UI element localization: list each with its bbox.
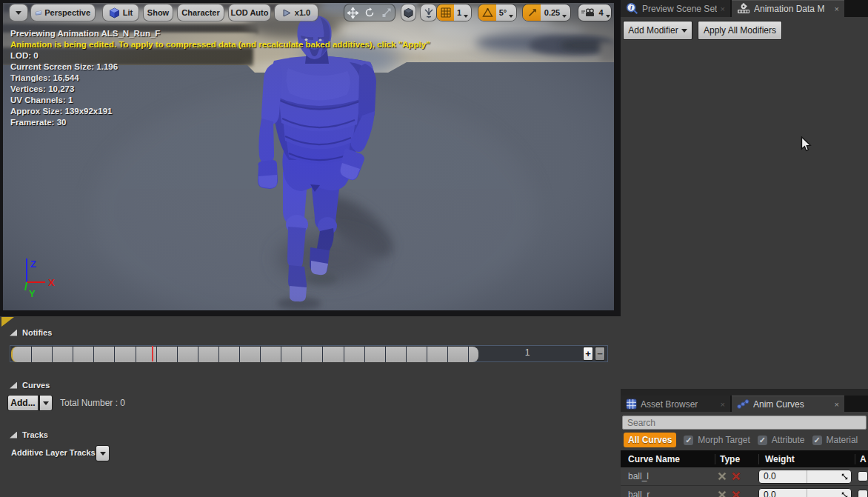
panel-splitter[interactable] [621,389,868,396]
all-curves-filter-button[interactable]: All Curves [624,433,676,447]
notify-cell[interactable] [323,347,344,362]
notify-cell[interactable] [427,347,448,362]
camera-speed-button[interactable] [578,4,598,21]
lod-auto-button[interactable]: LOD Auto [228,4,271,21]
grid-snap-toggle[interactable] [437,4,454,21]
auto-checkbox[interactable] [858,490,868,497]
notify-cell[interactable] [302,347,323,362]
grid-snap-control: 1 [436,4,472,21]
add-curve-dropdown[interactable] [39,395,53,411]
notify-cell[interactable] [407,347,427,362]
add-track-button[interactable]: + [583,347,593,361]
notifies-label: Notifies [22,328,52,337]
curve-weight-spinbox[interactable]: 0.0 [758,470,852,484]
notify-cell[interactable] [73,347,94,362]
chevron-down-icon [562,15,567,18]
spinbox-fill-divider [807,489,807,497]
curves-label: Curves [22,381,50,390]
spinbox-drag-icon [841,492,848,497]
grid-snap-value-button[interactable]: 1 [454,4,471,21]
notify-cell[interactable] [469,347,478,362]
notify-cell[interactable] [365,347,386,362]
material-checkbox[interactable]: ✓ [812,436,822,445]
axis-z-label: Z [30,258,36,270]
notify-cell[interactable] [53,347,73,362]
notify-cell[interactable] [94,347,115,362]
show-button[interactable]: Show [143,4,173,21]
column-curve-name[interactable]: Curve Name [621,454,715,464]
move-tool-button[interactable] [344,4,361,21]
preview-scene-icon: i [626,2,638,15]
curve-row[interactable]: ball_r 0.0 [621,486,868,497]
tracks-section-header[interactable]: Tracks [10,430,48,439]
chevron-down-icon [464,15,468,18]
playhead-marker[interactable] [152,346,153,361]
notify-cell[interactable] [240,347,261,362]
camera-speed-control: 4 [578,4,612,21]
camera-speed-value-button[interactable]: 4 [598,4,611,21]
tab-anim-curves[interactable]: Anim Curves × [732,396,844,413]
morph-target-checkbox[interactable]: ✓ [684,436,693,445]
tab-preview-scene-settings[interactable]: i Preview Scene Sett × [621,0,730,17]
curve-weight-value: 0.0 [759,471,776,481]
lit-button[interactable]: Lit [102,4,139,21]
tab-animation-data-modifiers[interactable]: Animation Data M × [732,0,844,17]
chevron-down-icon [681,29,687,33]
coordinate-system-button[interactable] [401,4,416,21]
column-type[interactable]: Type [715,454,758,464]
remove-track-button[interactable]: − [595,347,605,361]
notify-cell[interactable] [344,347,365,362]
column-auto[interactable]: A [855,454,867,464]
additive-tracks-dropdown[interactable] [96,445,110,461]
search-input[interactable]: Search [622,416,867,430]
notifies-section-header[interactable]: Notifies [10,328,52,337]
chevron-down-icon [43,401,49,405]
curve-weight-spinbox[interactable]: 0.0 [758,488,852,497]
column-weight[interactable]: Weight [758,454,855,464]
scale-tool-button[interactable] [378,4,395,21]
scale-snap-control: 0.25 [522,4,571,21]
close-icon[interactable]: × [835,400,839,409]
auto-checkbox[interactable] [858,471,868,481]
notify-cell[interactable] [261,347,281,362]
notify-cell[interactable] [448,347,469,362]
scale-snap-value-button[interactable]: 0.25 [541,4,570,21]
notify-cell[interactable] [136,347,157,362]
viewport-3d[interactable]: Z X Y Previewing Animation ALS_N_Run_F A… [3,3,614,310]
notify-cell[interactable] [32,347,53,362]
notify-cell[interactable] [386,347,407,362]
notify-cell[interactable] [281,347,302,362]
notify-cell[interactable] [178,347,198,362]
attribute-checkbox[interactable]: ✓ [758,436,767,445]
curves-section-header[interactable]: Curves [10,381,50,390]
curve-row[interactable]: ball_l 0.0 [621,467,868,486]
notify-cell[interactable] [198,347,219,362]
tab-asset-browser[interactable]: Asset Browser × [621,396,730,413]
add-curve-button[interactable]: Add... [7,395,39,411]
scale-snap-toggle[interactable] [523,4,541,21]
tab-label: Preview Scene Sett [642,4,717,14]
spinbox-drag-icon [841,473,848,480]
close-icon[interactable]: × [721,400,725,409]
playback-speed-button[interactable]: x1.0 [274,4,318,21]
lit-cube-icon [109,7,120,19]
add-modifier-label: Add Modifier [628,25,678,36]
axis-x-label: X [48,277,55,288]
material-x-icon [731,471,741,481]
close-icon[interactable]: × [721,4,725,13]
apply-all-modifiers-button[interactable]: Apply All Modifiers [698,21,782,40]
surface-snapping-button[interactable] [420,4,437,21]
rotation-snap-toggle[interactable] [478,4,496,21]
rotate-tool-button[interactable] [361,4,378,21]
close-icon[interactable]: × [835,4,839,13]
notify-cell[interactable] [115,347,136,362]
stat-framerate: Framerate: 30 [10,117,430,128]
add-modifier-button[interactable]: Add Modifier [623,21,692,40]
rotation-snap-value-button[interactable]: 5° [496,4,516,21]
character-button[interactable]: Character [177,4,224,21]
viewport-options-dropdown[interactable] [9,4,28,21]
notify-cell[interactable] [11,347,32,362]
notify-cell[interactable] [157,347,178,362]
notify-cell[interactable] [219,347,240,362]
perspective-button[interactable]: Perspective [30,4,96,21]
